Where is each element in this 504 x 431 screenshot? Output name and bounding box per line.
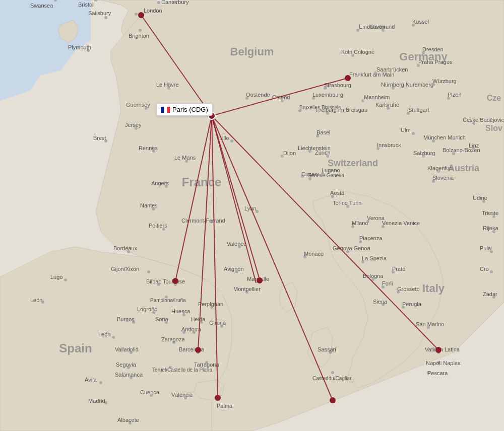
svg-text:Pula: Pula [480,245,491,251]
svg-text:Cro: Cro [480,266,489,272]
map-svg: Belgium Germany France Switzerland Austr… [0,0,504,431]
svg-point-12 [157,1,160,4]
svg-text:Cuenca: Cuenca [140,389,160,395]
svg-point-16 [104,16,107,19]
svg-text:Dijon: Dijon [283,150,296,156]
svg-text:Segovia: Segovia [116,362,137,368]
svg-text:Canterbury: Canterbury [161,0,189,5]
svg-point-229 [331,371,334,374]
svg-text:Stuttgart: Stuttgart [408,107,429,113]
svg-text:Grosseto: Grosseto [397,286,420,292]
svg-text:Monaco: Monaco [304,251,324,257]
svg-text:León: León [98,331,110,337]
svg-point-258 [208,112,215,119]
svg-text:Le Havre: Le Havre [156,82,179,88]
svg-text:Luxembourg: Luxembourg [312,92,343,98]
svg-text:Milano: Milano [352,220,368,226]
svg-point-191 [147,270,150,273]
svg-text:Salamanca: Salamanca [115,372,143,378]
svg-point-44 [230,139,233,142]
svg-text:Salzburg: Salzburg [413,150,435,156]
svg-text:Vàlencia: Vàlencia [171,392,193,398]
svg-text:Würzburg: Würzburg [432,78,457,84]
svg-text:Klagenfurt: Klagenfurt [427,165,453,171]
svg-point-156 [490,270,493,273]
svg-text:München Munich: München Munich [423,134,466,140]
svg-text:Soria: Soria [155,316,169,322]
svg-text:Udine: Udine [473,195,487,201]
svg-text:Lleida: Lleida [191,316,206,322]
svg-text:Spain: Spain [59,341,92,355]
svg-text:Gijon/Xixon: Gijon/Xixon [111,266,139,272]
svg-text:Dresden: Dresden [422,46,444,52]
svg-point-14 [139,29,142,32]
svg-point-223 [64,278,67,281]
svg-point-251 [345,75,351,81]
svg-text:Ulm: Ulm [401,127,411,133]
svg-text:Perpignan: Perpignan [198,301,223,307]
svg-text:Piacenza: Piacenza [359,235,383,241]
svg-text:Plzeň: Plzeň [448,92,462,98]
svg-text:Saarbrücken: Saarbrücken [376,66,408,73]
svg-text:Teruel/Castello de la Plana: Teruel/Castello de la Plana [152,367,212,373]
svg-text:Slov: Slov [485,124,502,132]
svg-text:Pescara: Pescara [427,370,448,376]
svg-text:Zadar: Zadar [483,291,497,297]
svg-text:Linz: Linz [469,142,479,149]
svg-text:Bilbao: Bilbao [146,278,162,284]
svg-text:Liechtenstein: Liechtenstein [298,145,331,151]
svg-text:Valladolid: Valladolid [115,346,139,352]
svg-text:Huesca: Huesca [171,308,191,314]
svg-text:Montpellier: Montpellier [233,286,261,292]
svg-point-201 [112,336,115,339]
svg-text:London: London [144,8,162,14]
svg-point-257 [330,397,336,403]
svg-text:León: León [30,297,42,303]
svg-text:Ávila: Ávila [85,377,97,383]
svg-text:Casteddu/Cagliari: Casteddu/Cagliari [312,376,353,381]
svg-text:Madrid: Madrid [88,398,105,404]
svg-text:Cze: Cze [487,94,501,102]
svg-text:Brest: Brest [93,135,106,141]
svg-text:Zaragoza: Zaragoza [161,336,185,342]
svg-text:Prato: Prato [392,266,405,272]
svg-text:Salisbury: Salisbury [88,10,111,16]
svg-point-256 [215,395,221,401]
svg-text:Dortmund: Dortmund [370,24,395,30]
svg-text:Aosta: Aosta [330,190,345,196]
svg-point-254 [257,277,263,283]
svg-point-10 [135,13,138,16]
svg-text:Switzerland: Switzerland [328,158,378,168]
svg-text:Bordeaux: Bordeaux [113,245,138,251]
svg-text:Avignon: Avignon [224,266,244,272]
svg-text:Forli: Forli [382,280,393,286]
svg-point-252 [172,278,178,284]
svg-text:Lugano: Lugano [322,167,340,173]
svg-text:Plymouth: Plymouth [68,44,91,50]
svg-text:Nantes: Nantes [140,202,158,208]
svg-text:Oostende: Oostende [246,92,270,98]
svg-text:France: France [182,175,222,189]
svg-text:Poitiers: Poitiers [149,223,167,229]
svg-text:České Budějovice: České Budějovice [463,117,504,123]
svg-text:Slovenia: Slovenia [432,175,454,181]
svg-text:Le Mans: Le Mans [174,155,196,161]
svg-text:Vatican Latina: Vatican Latina [425,346,460,352]
svg-text:Köln Cologne: Köln Cologne [341,49,374,55]
map-container: Belgium Germany France Switzerland Austr… [0,0,504,431]
svg-point-250 [138,12,144,18]
svg-text:Karlsruhe: Karlsruhe [375,102,399,108]
svg-text:Italy: Italy [422,282,445,295]
svg-text:Brighton: Brighton [129,33,149,39]
svg-text:Guernsey: Guernsey [126,102,150,108]
svg-text:Innsbruck: Innsbruck [377,142,401,148]
svg-text:Logroño: Logroño [137,306,157,312]
svg-text:Siena: Siena [373,299,388,305]
svg-text:Bologna: Bologna [363,273,384,279]
svg-text:Sassari: Sassari [318,346,336,352]
svg-text:Rijeka: Rijeka [483,225,498,231]
svg-text:Venezia Venice: Venezia Venice [382,220,420,226]
svg-point-207 [99,381,102,384]
svg-point-253 [195,347,201,353]
svg-point-92 [412,132,415,135]
